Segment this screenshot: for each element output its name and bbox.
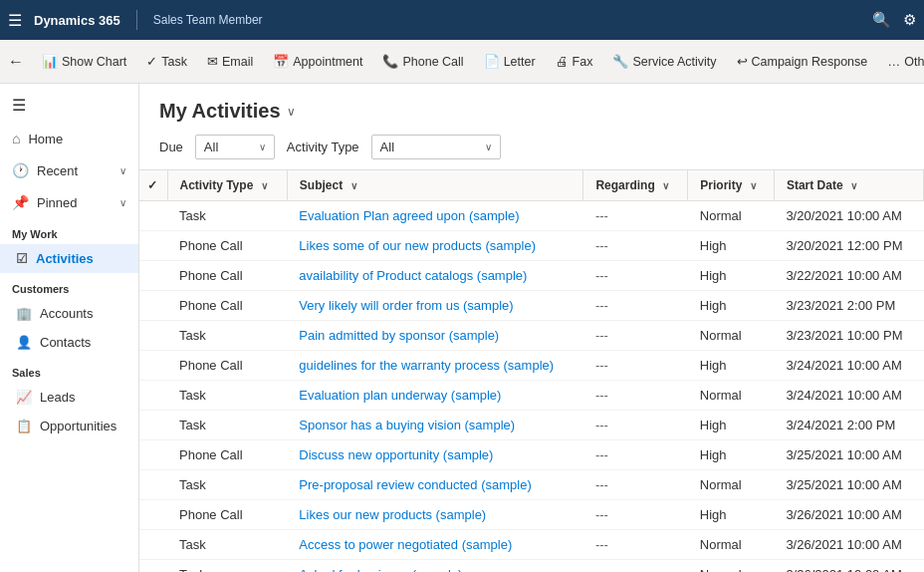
letter-button[interactable]: 📄 Letter bbox=[474, 46, 546, 78]
row-subject-11[interactable]: Access to power negotiated (sample) bbox=[287, 530, 583, 560]
row-startdate-10: 3/26/2021 10:00 AM bbox=[774, 500, 923, 530]
contacts-icon: 👤 bbox=[16, 335, 32, 350]
sidebar-item-recent[interactable]: 🕐 Recent ∨ bbox=[0, 154, 138, 186]
row-subject-10[interactable]: Likes our new products (sample) bbox=[287, 500, 583, 530]
subject-link-6[interactable]: Evaluation plan underway (sample) bbox=[299, 388, 501, 403]
sidebar-home-label: Home bbox=[28, 132, 63, 146]
table-row[interactable]: Phone Call availability of Product catal… bbox=[139, 261, 924, 291]
show-chart-button[interactable]: 📊 Show Chart bbox=[32, 46, 136, 78]
row-regarding-4: --- bbox=[583, 321, 688, 351]
subject-link-5[interactable]: guidelines for the warranty process (sam… bbox=[299, 358, 554, 373]
sidebar-item-accounts[interactable]: 🏢 Accounts bbox=[0, 299, 138, 328]
back-button[interactable]: ← bbox=[8, 46, 24, 78]
row-subject-4[interactable]: Pain admitted by sponsor (sample) bbox=[287, 321, 583, 351]
table-row[interactable]: Phone Call Discuss new opportunity (samp… bbox=[139, 440, 924, 470]
row-type-12: Task bbox=[167, 560, 287, 573]
subject-link-12[interactable]: Asked for business (sample) bbox=[299, 567, 462, 572]
th-regarding[interactable]: Regarding ∨ bbox=[583, 170, 688, 201]
subject-link-0[interactable]: Evaluation Plan agreed upon (sample) bbox=[299, 208, 519, 223]
activity-type-filter-select[interactable]: All ∨ bbox=[371, 135, 501, 159]
activities-table: ✓ Activity Type ∨ Subject ∨ Regarding ∨ … bbox=[139, 170, 924, 572]
row-subject-0[interactable]: Evaluation Plan agreed upon (sample) bbox=[287, 201, 583, 231]
row-subject-7[interactable]: Sponsor has a buying vision (sample) bbox=[287, 411, 583, 440]
sidebar-recent-label: Recent bbox=[37, 163, 78, 178]
service-activity-button[interactable]: 🔧 Service Activity bbox=[602, 46, 726, 78]
row-type-4: Task bbox=[167, 321, 287, 351]
row-subject-12[interactable]: Asked for business (sample) bbox=[287, 560, 583, 573]
phone-call-label: Phone Call bbox=[402, 55, 463, 69]
table-row[interactable]: Phone Call Likes our new products (sampl… bbox=[139, 500, 924, 530]
sidebar-item-home[interactable]: ⌂ Home bbox=[0, 123, 138, 154]
row-subject-1[interactable]: Likes some of our new products (sample) bbox=[287, 231, 583, 261]
subject-link-4[interactable]: Pain admitted by sponsor (sample) bbox=[299, 328, 499, 343]
subject-link-9[interactable]: Pre-proposal review conducted (sample) bbox=[299, 477, 531, 492]
row-priority-8: High bbox=[688, 440, 775, 470]
sidebar-item-activities[interactable]: ☑ Activities bbox=[0, 244, 138, 273]
email-button[interactable]: ✉ Email bbox=[197, 46, 263, 78]
appointment-button[interactable]: 📅 Appointment bbox=[263, 46, 372, 78]
table-row[interactable]: Task Asked for business (sample) --- Nor… bbox=[139, 560, 924, 573]
sidebar-item-pinned[interactable]: 📌 Pinned ∨ bbox=[0, 186, 138, 218]
sidebar-item-contacts[interactable]: 👤 Contacts bbox=[0, 328, 138, 357]
th-priority[interactable]: Priority ∨ bbox=[688, 170, 775, 201]
subject-link-2[interactable]: availability of Product catalogs (sample… bbox=[299, 268, 527, 283]
phone-call-button[interactable]: 📞 Phone Call bbox=[372, 46, 473, 78]
row-startdate-5: 3/24/2021 10:00 AM bbox=[774, 351, 923, 381]
th-activity-type[interactable]: Activity Type ∨ bbox=[167, 170, 287, 201]
row-subject-2[interactable]: availability of Product catalogs (sample… bbox=[287, 261, 583, 291]
subject-link-3[interactable]: Very likely will order from us (sample) bbox=[299, 298, 513, 313]
row-subject-6[interactable]: Evaluation plan underway (sample) bbox=[287, 381, 583, 411]
row-type-8: Phone Call bbox=[167, 440, 287, 470]
settings-icon[interactable]: ⚙ bbox=[903, 11, 916, 29]
topbar-icons: 🔍 ⚙ bbox=[872, 11, 916, 29]
row-priority-2: High bbox=[688, 261, 775, 291]
page-header: My Activities ∨ Due All ∨ Activity Type … bbox=[139, 84, 924, 170]
row-regarding-11: --- bbox=[583, 530, 688, 560]
th-start-date[interactable]: Start Date ∨ bbox=[774, 170, 923, 201]
page-title-caret[interactable]: ∨ bbox=[287, 105, 296, 119]
subject-link-7[interactable]: Sponsor has a buying vision (sample) bbox=[299, 418, 515, 432]
appointment-icon: 📅 bbox=[273, 54, 289, 69]
table-row[interactable]: Task Access to power negotiated (sample)… bbox=[139, 530, 924, 560]
fax-button[interactable]: 🖨 Fax bbox=[546, 46, 603, 78]
row-check-8 bbox=[139, 440, 167, 470]
table-row[interactable]: Task Pre-proposal review conducted (samp… bbox=[139, 470, 924, 500]
th-subject[interactable]: Subject ∨ bbox=[287, 170, 583, 201]
task-button[interactable]: ✓ Task bbox=[136, 46, 197, 78]
due-filter-caret: ∨ bbox=[259, 142, 266, 152]
other-activities-button[interactable]: … Other Activi... bbox=[877, 46, 924, 78]
subject-link-8[interactable]: Discuss new opportunity (sample) bbox=[299, 447, 493, 462]
subject-link-11[interactable]: Access to power negotiated (sample) bbox=[299, 537, 512, 552]
sidebar-hamburger[interactable]: ☰ bbox=[0, 84, 138, 123]
campaign-response-button[interactable]: ↩ Campaign Response bbox=[727, 46, 878, 78]
topbar: ☰ Dynamics 365 Sales Team Member 🔍 ⚙ bbox=[0, 0, 924, 40]
table-row[interactable]: Phone Call Likes some of our new product… bbox=[139, 231, 924, 261]
row-type-11: Task bbox=[167, 530, 287, 560]
row-subject-8[interactable]: Discuss new opportunity (sample) bbox=[287, 440, 583, 470]
pinned-icon: 📌 bbox=[12, 194, 29, 210]
leads-icon: 📈 bbox=[16, 390, 32, 405]
subject-link-10[interactable]: Likes our new products (sample) bbox=[299, 507, 486, 522]
subject-link-1[interactable]: Likes some of our new products (sample) bbox=[299, 238, 536, 253]
sidebar-item-opportunities[interactable]: 📋 Opportunities bbox=[0, 412, 138, 440]
other-activities-label: Other Activi... bbox=[904, 55, 924, 69]
table-row[interactable]: Task Pain admitted by sponsor (sample) -… bbox=[139, 321, 924, 351]
activities-table-wrapper[interactable]: ✓ Activity Type ∨ Subject ∨ Regarding ∨ … bbox=[139, 170, 924, 572]
check-all-icon[interactable]: ✓ bbox=[147, 178, 157, 192]
due-filter-select[interactable]: All ∨ bbox=[195, 135, 275, 159]
table-row[interactable]: Phone Call Very likely will order from u… bbox=[139, 291, 924, 321]
hamburger-icon[interactable]: ☰ bbox=[8, 11, 22, 30]
row-startdate-11: 3/26/2021 10:00 AM bbox=[774, 530, 923, 560]
row-check-5 bbox=[139, 351, 167, 381]
table-row[interactable]: Task Evaluation Plan agreed upon (sample… bbox=[139, 201, 924, 231]
row-startdate-0: 3/20/2021 10:00 AM bbox=[774, 201, 923, 231]
recent-icon: 🕐 bbox=[12, 162, 29, 178]
row-subject-5[interactable]: guidelines for the warranty process (sam… bbox=[287, 351, 583, 381]
row-subject-3[interactable]: Very likely will order from us (sample) bbox=[287, 291, 583, 321]
table-row[interactable]: Phone Call guidelines for the warranty p… bbox=[139, 351, 924, 381]
sidebar-item-leads[interactable]: 📈 Leads bbox=[0, 383, 138, 412]
search-icon[interactable]: 🔍 bbox=[872, 11, 891, 29]
table-row[interactable]: Task Sponsor has a buying vision (sample… bbox=[139, 411, 924, 440]
table-row[interactable]: Task Evaluation plan underway (sample) -… bbox=[139, 381, 924, 411]
row-subject-9[interactable]: Pre-proposal review conducted (sample) bbox=[287, 470, 583, 500]
